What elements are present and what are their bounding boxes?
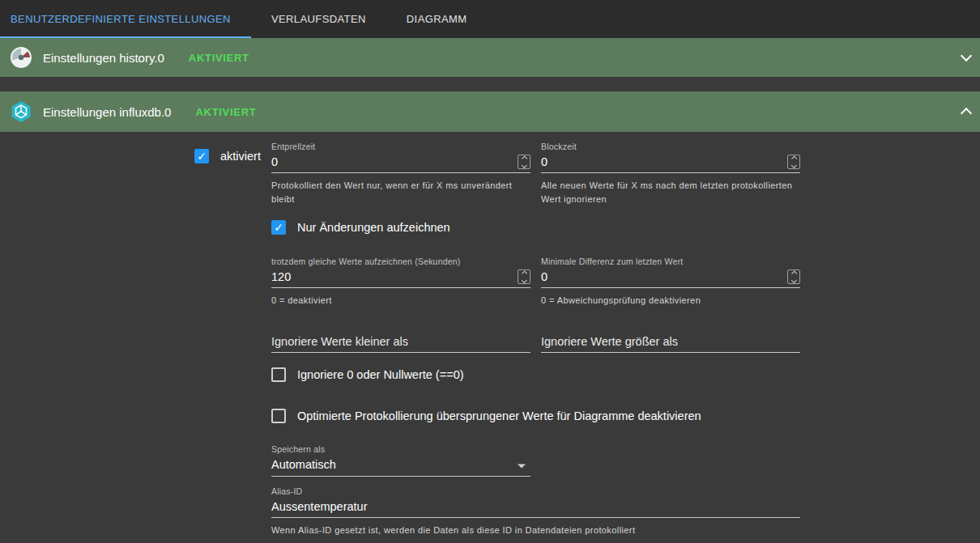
nur-aenderungen-checkbox[interactable]: ✓: [271, 220, 286, 235]
alias-id-input[interactable]: [271, 497, 800, 518]
status-badge: AKTIVIERT: [195, 106, 256, 118]
number-spinner-icon[interactable]: [787, 155, 800, 169]
banner-gap: [0, 77, 980, 91]
status-badge: AKTIVIERT: [189, 52, 249, 64]
influxdb-settings-panel: ✓ aktiviert Entprellzeit Protokolliert d…: [0, 132, 980, 543]
tab-benutzerdefinierte-einstellungen[interactable]: BENUTZERDEFINIERTE EINSTELLUNGEN: [0, 0, 251, 38]
entprellzeit-label: Entprellzeit: [271, 142, 530, 151]
influxdb-adapter-icon: [10, 100, 32, 123]
ignoriere-kleiner-field: [271, 332, 530, 353]
ignoriere-null-label: Ignoriere 0 oder Nullwerte (==0): [297, 368, 464, 381]
entprellzeit-input[interactable]: [271, 152, 530, 173]
tab-label: DIAGRAMM: [407, 13, 467, 25]
ignoriere-groesser-field: [541, 332, 800, 353]
gleiche-werte-helper: 0 = deaktiviert: [271, 294, 530, 308]
blockzeit-helper: Alle neuen Werte für X ms nach dem letzt…: [541, 179, 800, 206]
number-spinner-icon[interactable]: [518, 269, 530, 284]
min-differenz-helper: 0 = Abweichungsprüfung deaktivieren: [541, 294, 800, 308]
aktiviert-checkbox-row[interactable]: ✓ aktiviert: [194, 149, 261, 163]
gleiche-werte-input[interactable]: [271, 267, 530, 288]
dropdown-caret-icon: [518, 465, 526, 469]
number-spinner-icon[interactable]: [518, 155, 530, 169]
speichern-als-select[interactable]: Automatisch: [271, 455, 530, 477]
nur-aenderungen-label: Nur Änderungen aufzeichnen: [297, 221, 450, 234]
min-differenz-field: Minimale Differenz zum letzten Wert 0 = …: [541, 257, 800, 308]
speichern-als-label: Speichern als: [271, 444, 530, 454]
ignoriere-kleiner-input[interactable]: [271, 332, 530, 353]
optimierte-checkbox[interactable]: ✓: [271, 409, 286, 423]
gleiche-werte-label: trotzdem gleiche Werte aufzeichnen (Seku…: [271, 257, 530, 266]
accordion-influxdb-header[interactable]: Einstellungen influxdb.0 AKTIVIERT: [0, 91, 980, 132]
gleiche-werte-field: trotzdem gleiche Werte aufzeichnen (Seku…: [271, 257, 530, 308]
blockzeit-input[interactable]: [541, 152, 800, 173]
tab-diagramm[interactable]: DIAGRAMM: [386, 0, 488, 38]
optimierte-checkbox-row[interactable]: ✓ Optimierte Protokollierung übersprunge…: [271, 409, 800, 423]
ignoriere-groesser-input[interactable]: [541, 332, 800, 353]
tab-verlaufsdaten[interactable]: VERLAUFSDATEN: [251, 0, 386, 38]
speichern-als-field: Speichern als Automatisch: [271, 444, 530, 477]
number-spinner-icon[interactable]: [787, 269, 800, 284]
chevron-down-icon[interactable]: [961, 50, 972, 62]
tab-bar: BENUTZERDEFINIERTE EINSTELLUNGEN VERLAUF…: [0, 0, 980, 38]
alias-id-field: Alias-ID Wenn Alias-ID gesetzt ist, werd…: [271, 486, 800, 537]
blockzeit-label: Blockzeit: [541, 142, 800, 151]
ignoriere-null-checkbox-row[interactable]: ✓ Ignoriere 0 oder Nullwerte (==0): [271, 367, 800, 382]
ignoriere-null-checkbox[interactable]: ✓: [271, 367, 286, 382]
speichern-als-value: Automatisch: [271, 458, 336, 471]
tab-label: BENUTZERDEFINIERTE EINSTELLUNGEN: [11, 13, 231, 25]
entprellzeit-helper: Protokolliert den Wert nur, wenn er für …: [271, 179, 530, 206]
banner-title: Einstellungen history.0: [43, 51, 164, 65]
history-adapter-icon: [10, 46, 32, 69]
banner-title: Einstellungen influxdb.0: [43, 105, 171, 119]
min-differenz-label: Minimale Differenz zum letzten Wert: [541, 257, 800, 266]
blockzeit-field: Blockzeit Alle neuen Werte für X ms nach…: [541, 142, 800, 206]
tab-label: VERLAUFSDATEN: [271, 13, 366, 25]
min-differenz-input[interactable]: [541, 267, 800, 288]
optimierte-label: Optimierte Protokollierung übersprungene…: [297, 409, 701, 422]
entprellzeit-field: Entprellzeit Protokolliert den Wert nur,…: [271, 142, 530, 206]
chevron-up-icon[interactable]: [961, 108, 972, 119]
aktiviert-label: aktiviert: [220, 150, 261, 163]
accordion-history-header[interactable]: Einstellungen history.0 AKTIVIERT: [0, 38, 980, 77]
alias-id-label: Alias-ID: [271, 486, 800, 496]
alias-id-helper: Wenn Alias-ID gesetzt ist, werden die Da…: [271, 524, 800, 537]
nur-aenderungen-checkbox-row[interactable]: ✓ Nur Änderungen aufzeichnen: [271, 220, 800, 235]
aktiviert-checkbox[interactable]: ✓: [194, 149, 209, 163]
